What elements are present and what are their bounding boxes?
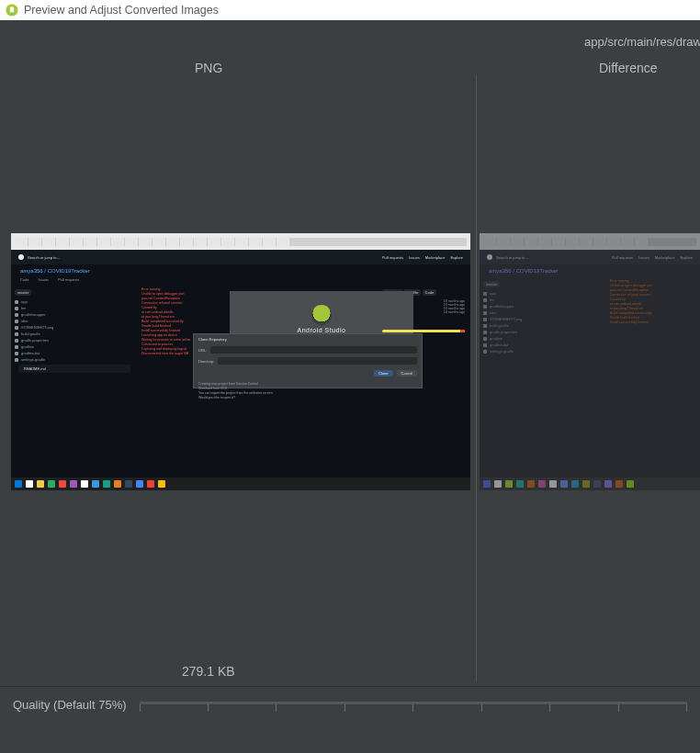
android-studio-label: Android Studio — [298, 327, 346, 333]
clone-dialog-title: Clone Repository — [198, 337, 417, 342]
file-icon — [15, 332, 18, 336]
clone-url-field — [210, 346, 417, 354]
list-item: bin — [15, 305, 134, 311]
file-icon — [15, 352, 18, 355]
github-search: Search or jump to… — [28, 255, 61, 260]
browser-tab-strip — [15, 238, 467, 246]
file-icon — [15, 358, 18, 362]
quality-slider[interactable] — [140, 696, 687, 725]
list-item: settings.gradle — [15, 356, 134, 363]
window-title: Preview and Adjust Converted Images — [24, 4, 219, 17]
readme-header: README.md — [18, 365, 130, 373]
file-icon — [15, 339, 18, 343]
github-logo-icon — [18, 254, 24, 260]
preview-image-png[interactable]: Search or jump to… Pull requests Issues … — [11, 233, 470, 490]
preview-image-difference[interactable]: Search or jump to… Pull requestsIssues M… — [480, 233, 700, 490]
list-item: idea — [15, 318, 134, 324]
folder-icon — [15, 300, 18, 304]
filesize-label: 279.1 KB — [182, 664, 235, 679]
repo-tabs: Code Issues Pull requests — [11, 277, 470, 286]
svg-point-2 — [11, 12, 14, 15]
file-icon — [15, 345, 18, 349]
list-item: gradlew — [15, 343, 134, 350]
svg-rect-1 — [10, 7, 14, 13]
clone-dialog-notes: Creating new project from Version Contro… — [198, 382, 417, 400]
preview-workspace: app/src/main/res/draw PNG Difference Sea… — [0, 20, 700, 686]
file-icon — [15, 326, 18, 330]
list-item: app — [15, 298, 134, 305]
windows-taskbar — [11, 478, 470, 490]
resource-path: app/src/main/res/draw — [584, 35, 700, 49]
folder-icon — [15, 320, 18, 323]
list-item: gradle.properties — [15, 337, 134, 343]
android-studio-logo-icon — [311, 305, 332, 325]
browser-chrome — [11, 233, 470, 250]
github-topbar: Search or jump to… Pull requests Issues … — [11, 250, 470, 264]
window-titlebar: Preview and Adjust Converted Images — [0, 0, 700, 20]
branch-selector: master — [15, 289, 31, 296]
list-item: build.gradle — [15, 331, 134, 337]
clone-button: Clone — [374, 370, 392, 376]
quality-panel: Quality (Default 75%) — [0, 686, 700, 753]
list-item: SCREENSHOT.png — [15, 324, 134, 331]
github-nav: Pull requests Issues Marketplace Explore — [382, 255, 463, 260]
slider-ticks — [140, 704, 687, 717]
list-item: gradle/wrapper — [15, 311, 134, 318]
quality-label: Quality (Default 75%) — [13, 698, 127, 712]
column-divider — [476, 75, 477, 681]
repo-action: Code — [423, 289, 437, 296]
folder-icon — [15, 307, 18, 310]
repo-title: amya356 / COVID19Tracker — [11, 264, 470, 277]
cancel-button: Cancel — [397, 370, 417, 376]
clone-dir-field — [218, 357, 417, 365]
repo-file-list: master app bin gradle/wrapper idea SCREE… — [11, 286, 138, 469]
column-header-difference: Difference — [599, 61, 658, 75]
list-item: gradlew.bat — [15, 350, 134, 356]
clone-repo-dialog: Clone Repository URL: Directory: Clone C… — [193, 333, 423, 388]
app-icon — [6, 4, 18, 17]
column-header-png: PNG — [195, 61, 222, 75]
folder-icon — [15, 313, 18, 317]
languages-bar — [382, 330, 465, 332]
ide-overlay: Error runningUnable to open debugger por… — [138, 286, 377, 469]
